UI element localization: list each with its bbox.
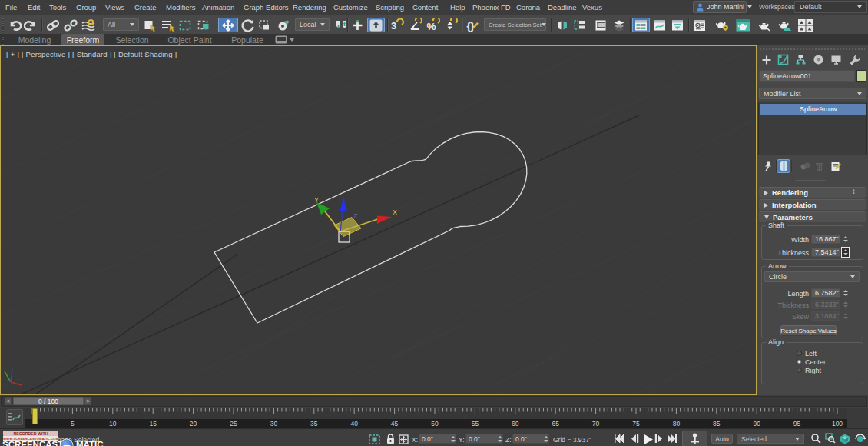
- panel-splitter-handle[interactable]: [795, 180, 826, 181]
- mirror-icon[interactable]: [555, 18, 569, 32]
- menu-vexus[interactable]: Vexus: [582, 3, 602, 12]
- menu-scripting[interactable]: Scripting: [376, 3, 404, 12]
- select-manipulate-icon[interactable]: [350, 18, 366, 32]
- shaft-thickness-field[interactable]: 7.5414": [811, 248, 840, 257]
- modifier-list-dropdown[interactable]: Modifier List: [759, 88, 866, 99]
- menu-views[interactable]: Views: [105, 3, 124, 12]
- next-frame-button[interactable]: >: [84, 397, 91, 405]
- align-right-radio[interactable]: [797, 368, 802, 373]
- next-frame-playback-button[interactable]: [654, 433, 665, 444]
- toolbar-drag-handle[interactable]: [2, 18, 4, 32]
- gizmo-y-axis-arrowhead[interactable]: [316, 202, 330, 215]
- use-pivot-center-icon[interactable]: [333, 18, 350, 32]
- object-name-field[interactable]: SplineArrow001: [759, 70, 855, 82]
- align-left-radio[interactable]: [797, 351, 802, 356]
- isolate-selection-icon[interactable]: [368, 434, 381, 444]
- display-tab[interactable]: [830, 53, 843, 66]
- go-to-end-button[interactable]: [666, 433, 678, 444]
- snap-3d-icon[interactable]: 3: [389, 18, 406, 32]
- y-coord-spinner[interactable]: [496, 434, 503, 444]
- arrow-length-spinner[interactable]: [842, 288, 849, 298]
- arrow-thickness-spinner[interactable]: [842, 300, 849, 309]
- rect-selection-region-icon[interactable]: [177, 18, 193, 32]
- menu-help[interactable]: Help: [450, 3, 465, 12]
- reset-shape-values-button[interactable]: Reset Shape Values: [780, 325, 837, 336]
- gizmo-y-axis-line[interactable]: [325, 211, 340, 231]
- arrow-length-field[interactable]: 6.7582": [811, 288, 840, 298]
- zoom-all-icon[interactable]: [824, 432, 837, 444]
- object-color-swatch[interactable]: [856, 70, 866, 82]
- gizmo-x-axis-arrowhead[interactable]: [377, 216, 392, 225]
- time-slider-handle[interactable]: 0 / 100: [13, 397, 84, 405]
- user-account-button[interactable]: John Martini: [693, 1, 747, 13]
- render-production-icon[interactable]: [755, 18, 772, 32]
- menu-edit[interactable]: Edit: [28, 3, 40, 12]
- modify-tab[interactable]: [777, 53, 790, 66]
- percent-snap-icon[interactable]: %: [426, 18, 441, 32]
- arrow-skew-spinner[interactable]: [842, 311, 849, 321]
- previous-frame-button[interactable]: <: [5, 397, 12, 405]
- selection-lock-icon[interactable]: [386, 433, 395, 444]
- arrow-skew-field[interactable]: 3.1084": [811, 311, 840, 321]
- gizmo-xy-plane-handle[interactable]: [334, 218, 361, 237]
- rollout-parameters[interactable]: Parameters: [759, 211, 866, 222]
- menu-phoenix-fd[interactable]: Phoenix FD: [472, 3, 511, 12]
- state-sets-icon[interactable]: [797, 18, 815, 32]
- align-center-radio[interactable]: [797, 359, 802, 364]
- menu-corona[interactable]: Corona: [516, 3, 540, 12]
- rollout-interpolation[interactable]: Interpolation: [759, 199, 866, 210]
- rendered-frame-icon[interactable]: [734, 18, 752, 32]
- shaft-width-spinner[interactable]: [842, 235, 849, 244]
- previous-frame-playback-button[interactable]: [628, 433, 640, 444]
- menu-customize[interactable]: Customize: [333, 3, 368, 12]
- pin-stack-button[interactable]: [761, 159, 775, 173]
- menu-deadline[interactable]: Deadline: [548, 3, 577, 12]
- menu-tools[interactable]: Tools: [49, 3, 66, 12]
- trackbar-ruler[interactable]: [25, 408, 847, 419]
- ribbon-tab-freeform[interactable]: Freeform: [61, 34, 104, 45]
- select-object-icon[interactable]: [142, 18, 157, 32]
- auto-key-button[interactable]: Auto: [711, 434, 733, 444]
- menu-animation[interactable]: Animation: [202, 3, 234, 12]
- render-setup-icon[interactable]: [714, 18, 731, 32]
- menu-create[interactable]: Create: [134, 3, 157, 12]
- panel-scroll-indicator-icon[interactable]: ↕: [852, 187, 856, 195]
- select-scale-icon[interactable]: [257, 18, 273, 32]
- named-selection-sets-icon[interactable]: {}: [465, 18, 481, 32]
- angle-snap-icon[interactable]: [408, 18, 424, 32]
- bind-spacewarp-icon[interactable]: [80, 18, 98, 32]
- menu-content[interactable]: Content: [412, 3, 438, 12]
- ribbon-minimize-button[interactable]: [275, 35, 295, 44]
- arrow-thickness-field[interactable]: 6.3233": [811, 300, 840, 309]
- make-unique-button[interactable]: [798, 159, 812, 173]
- shaft-thickness-spinner[interactable]: [842, 248, 849, 257]
- ribbon-tab-populate[interactable]: Populate: [226, 34, 269, 45]
- ribbon-tab-selection[interactable]: Selection: [109, 34, 155, 45]
- utilities-tab[interactable]: [848, 53, 861, 66]
- menu-file[interactable]: File: [5, 3, 17, 12]
- x-coord-spinner[interactable]: [449, 434, 456, 444]
- rollout-rendering[interactable]: Rendering: [759, 187, 866, 198]
- z-coord-spinner[interactable]: [542, 434, 549, 444]
- menu-graph-editors[interactable]: Graph Editors: [244, 3, 289, 12]
- mini-curve-editor-button[interactable]: [6, 409, 23, 425]
- gizmo-z-axis-arrowhead[interactable]: [340, 197, 347, 211]
- select-link-icon[interactable]: [45, 18, 61, 32]
- time-slider-track[interactable]: [1, 396, 867, 407]
- ribbon-tab-object-paint[interactable]: Object Paint: [163, 34, 217, 45]
- create-selection-set-dropdown[interactable]: Create Selection Set: [484, 18, 546, 31]
- ribbon-drag-handle[interactable]: [2, 35, 4, 45]
- absolute-offset-mode-icon[interactable]: [398, 434, 409, 444]
- configure-modifier-sets-button[interactable]: [829, 159, 843, 173]
- viewport-label[interactable]: [ + ] [ Perspective ] [ Standard ] [ Def…: [6, 50, 177, 58]
- schematic-view-icon[interactable]: [670, 18, 685, 32]
- panel-drag-handle[interactable]: [760, 48, 865, 50]
- orbit-icon[interactable]: [853, 432, 866, 445]
- render-iterative-icon[interactable]: [776, 18, 793, 32]
- arrow-type-dropdown[interactable]: Circle: [764, 271, 860, 282]
- select-by-name-icon[interactable]: [160, 18, 177, 32]
- create-tab[interactable]: [760, 53, 773, 66]
- motion-tab[interactable]: [812, 53, 825, 66]
- current-frame-marker[interactable]: [32, 408, 38, 424]
- go-to-start-button[interactable]: [614, 433, 625, 444]
